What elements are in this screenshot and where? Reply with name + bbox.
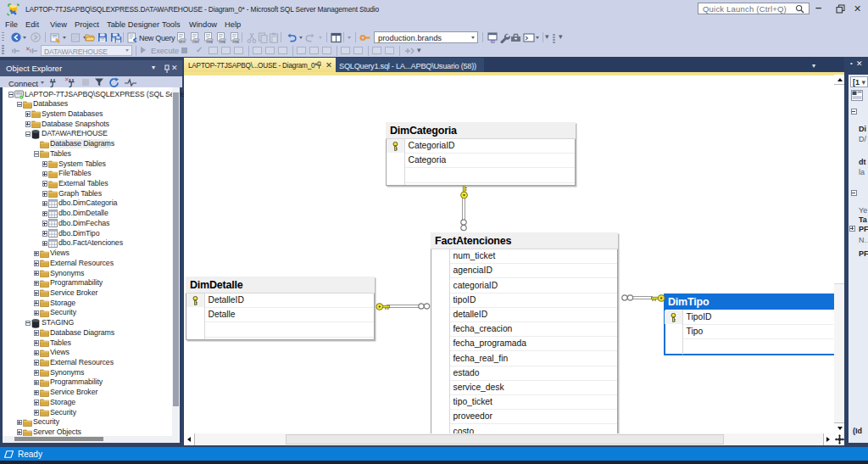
svg-text:DMX: DMX [192, 41, 200, 43]
svg-text:XMA: XMA [206, 41, 213, 43]
svg-text:MDX: MDX [179, 41, 186, 43]
svg-text:✕: ✕ [64, 76, 70, 82]
svg-text:IQ: IQ [491, 40, 495, 44]
svg-text:XMA: XMA [232, 41, 239, 43]
svg-text:✕: ✕ [25, 46, 31, 52]
svg-text:XMA: XMA [219, 41, 225, 43]
